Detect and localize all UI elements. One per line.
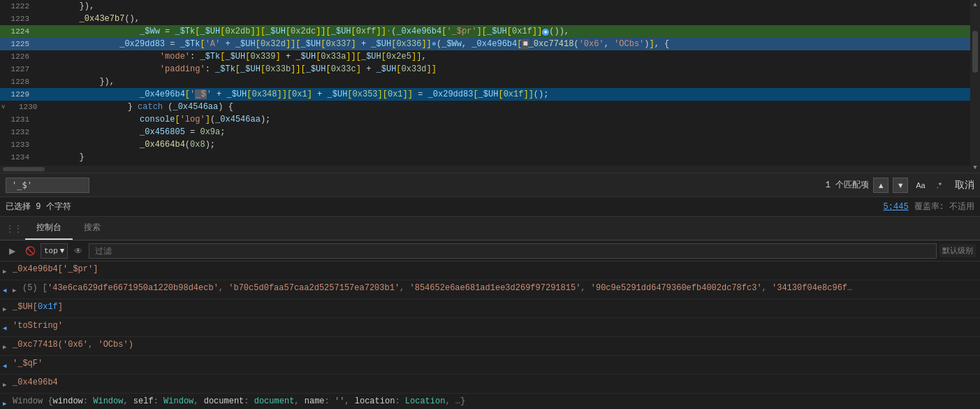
search-input[interactable] <box>6 178 89 193</box>
coverage-text: 覆盖率: 不适用 <box>914 201 974 213</box>
vertical-scrollbar[interactable]: ▲ ▼ <box>970 0 980 173</box>
code-line-1233: 1233 _0x4664b4(0x8); <box>0 138 980 151</box>
horizontal-scrollbar[interactable] <box>0 166 970 173</box>
tab-search[interactable]: 搜索 <box>73 216 112 240</box>
console-entry-3[interactable]: ▶ _$UH[0x1f] <box>0 299 980 318</box>
drag-handle[interactable]: ⋮⋮ <box>3 224 25 240</box>
left-arrow-6: ◀ <box>3 357 13 373</box>
console-entry-6[interactable]: ◀ '_$qF' <box>0 356 980 375</box>
chevron-down-icon: ▼ <box>60 247 65 255</box>
status-right: 5:445 覆盖率: 不适用 <box>884 201 974 213</box>
console-entry-1[interactable]: ▶ _0x4e96b4['_$pr'] <box>0 261 980 280</box>
scroll-down-arrow[interactable]: ▼ <box>972 163 978 173</box>
console-output[interactable]: ▶ _0x4e96b4['_$pr'] ◀ ▶ (5) ['43e6ca629d… <box>0 261 980 409</box>
left-arrow-2: ◀ <box>3 282 13 297</box>
console-entry-8[interactable]: ▶ Window {window: Window, self: Window, … <box>0 394 980 409</box>
expand-arrow-2[interactable]: ▶ <box>13 282 22 297</box>
scroll-up-arrow[interactable]: ▲ <box>972 0 978 10</box>
next-match-button[interactable]: ▼ <box>893 178 908 193</box>
expand-arrow-3[interactable]: ▶ <box>3 301 13 316</box>
code-editor: 1222 }), 1223 _0x43e7b7(), 1224 _$Ww = _… <box>0 0 980 173</box>
console-entry-7[interactable]: ▶ _0x4e96b4 <box>0 375 980 394</box>
left-arrow-4: ◀ <box>3 320 13 335</box>
level-select[interactable]: 默认级别 <box>939 244 976 257</box>
console-entry-2[interactable]: ◀ ▶ (5) ['43e6ca629dfe6671950a1220b98d4e… <box>0 280 980 299</box>
code-line-1227: 1227 'padding': _$Tk[_$UH[0x33b]][_$UH[0… <box>0 63 980 76</box>
code-line-1234: 1234 } <box>0 151 980 164</box>
console-entry-4[interactable]: ◀ 'toString' <box>0 318 980 337</box>
expand-arrow-5[interactable]: ▶ <box>3 338 13 354</box>
code-lines: 1222 }), 1223 _0x43e7b7(), 1224 _$Ww = _… <box>0 0 980 173</box>
prev-match-button[interactable]: ▲ <box>873 178 888 193</box>
search-close-button[interactable]: 取消 <box>955 179 974 192</box>
status-bar: 已选择 9 个字符 5:445 覆盖率: 不适用 <box>0 197 980 217</box>
search-bar: 1 个匹配项 ▲ ▼ Aa .* 取消 <box>0 173 980 197</box>
h-scrollbar-thumb[interactable] <box>3 167 45 171</box>
match-count: 1 个匹配项 <box>826 179 869 191</box>
position-link[interactable]: 5:445 <box>884 202 909 212</box>
selection-info: 已选择 9 个字符 <box>6 201 884 213</box>
scrollbar-thumb[interactable] <box>972 31 978 73</box>
expand-arrow-1[interactable]: ▶ <box>3 263 13 278</box>
eye-button[interactable]: 👁 <box>71 243 86 259</box>
regex-toggle[interactable]: .* <box>933 178 945 193</box>
devtools-tabs: ⋮⋮ 控制台 搜索 <box>0 217 980 241</box>
execute-button[interactable]: ▶ <box>4 243 20 259</box>
tab-console[interactable]: 控制台 <box>25 216 73 240</box>
console-entry-5[interactable]: ▶ _0xc77418('0x6', 'OCbs') <box>0 337 980 356</box>
clear-button[interactable]: 🚫 <box>22 243 38 259</box>
top-frame-selector[interactable]: top ▼ <box>41 243 68 259</box>
console-toolbar: ▶ 🚫 top ▼ 👁 默认级别 <box>0 241 980 261</box>
expand-arrow-7[interactable]: ▶ <box>3 376 13 392</box>
filter-input[interactable] <box>89 243 937 259</box>
code-line-1222: 1222 }), <box>0 0 980 13</box>
case-sensitive-toggle[interactable]: Aa <box>912 178 928 193</box>
left-arrow-8: ▶ <box>3 395 13 409</box>
